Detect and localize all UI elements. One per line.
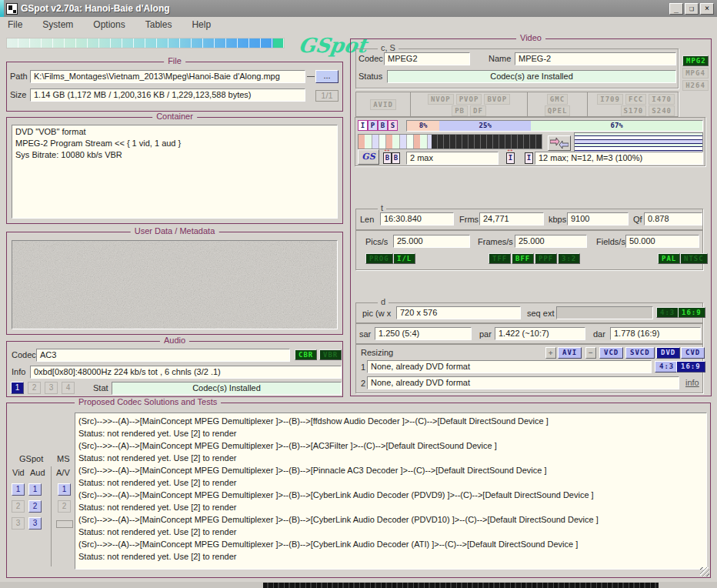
ar-4-3-badge: 4:3 [656, 307, 679, 318]
resize-16-9-button[interactable]: 16:9 [676, 361, 705, 373]
gs-logo-button[interactable]: GS [358, 149, 379, 165]
vcd-button[interactable]: VCD [599, 347, 623, 359]
h264-badge: H264 [682, 80, 709, 91]
av-column-label: A/V [56, 468, 70, 477]
title-accent [0, 0, 4, 17]
gspot-vid2-button[interactable]: 2 [12, 500, 25, 513]
svcd-button[interactable]: SVCD [625, 347, 655, 359]
sar-field: 1.250 (5:4) [375, 327, 472, 340]
menu-options[interactable]: Options [92, 18, 126, 31]
audio-stream2-button[interactable]: 2 [28, 382, 41, 394]
codec-flags-box: AVID NVOP PVOP BVOP PB DF GMC QPEL I709 … [355, 92, 679, 117]
path-connector [307, 76, 315, 77]
close-icon[interactable]: × [700, 3, 714, 15]
video-group-title: Video [516, 33, 545, 42]
video-name-label: Name [489, 54, 511, 63]
metadata-noise-box [12, 240, 338, 329]
resize2-field: None, already DVD format [367, 376, 679, 389]
column-divider [51, 466, 52, 566]
mpg2-badge: MPG2 [682, 55, 709, 66]
maximize-icon[interactable]: ❏ [685, 3, 699, 15]
resize-grip[interactable] [700, 567, 709, 576]
mpg4-badge: MPG4 [682, 68, 709, 79]
gspot-vid3-button[interactable]: 3 [12, 517, 25, 530]
solutions-group-title: Proposed Codec Solutions and Tests [75, 397, 221, 406]
solution-status: Status: not rendered yet. Use [2] to ren… [75, 550, 706, 563]
gspot-aud1-button[interactable]: 1 [28, 483, 42, 496]
frames-field: 25.000 [515, 235, 587, 248]
aspect-box: sar 1.250 (5:4) par 1.422 (~10:7) dar 1.… [355, 323, 703, 344]
frames-label: Frames/s [478, 237, 513, 246]
prog-badge: PROG [365, 253, 393, 264]
menu-tables[interactable]: Tables [144, 18, 174, 31]
ms-av2-button[interactable]: 2 [58, 500, 71, 513]
audio-stat-label: Stat [93, 383, 108, 393]
file-group: File Path K:\Films_Montages\Vietnam_2013… [6, 62, 343, 112]
resize-minus-button[interactable]: − [585, 347, 596, 359]
i709-flag: I709 [597, 94, 623, 105]
p-frame-percent: 25% [439, 121, 531, 131]
info-link[interactable]: info [685, 378, 699, 387]
page-indicator[interactable]: 1/1 [315, 90, 338, 102]
aud-column-label: Aud [30, 468, 45, 477]
solution-line: (Src)-->>--(A)-->[MainConcept MPEG Demul… [75, 513, 706, 526]
menu-system[interactable]: System [41, 18, 75, 31]
video-codec-field[interactable]: MPEG2 [384, 52, 470, 65]
audio-codec-field[interactable]: AC3 [36, 349, 290, 362]
solutions-text-box[interactable]: (Src)-->>--(A)-->[MainConcept MPEG Demul… [75, 413, 707, 570]
p-frame-key: P [368, 120, 378, 131]
gspot-aud2-button[interactable]: 2 [28, 500, 42, 513]
frms-label: Frms [459, 215, 479, 224]
ppf-badge: PPF [535, 253, 557, 264]
menu-help[interactable]: Help [190, 18, 212, 31]
pic-field[interactable]: 720 x 576 [396, 306, 521, 319]
resize-4-3-button[interactable]: 4:3 [655, 361, 679, 373]
resize-plus-button[interactable]: + [545, 347, 556, 359]
gspot-aud3-button[interactable]: 3 [28, 517, 42, 530]
container-group-title: Container [152, 112, 197, 121]
seqext-label: seq ext [527, 309, 554, 318]
dar-label: dar [593, 329, 605, 339]
swap-icon [550, 138, 569, 149]
resizing-box: Resizing + AVI − VCD SVCD DVD CVD 1 None… [355, 344, 703, 393]
audio-stream4-button[interactable]: 4 [62, 382, 75, 394]
b-measure-arrow: ↔ [383, 146, 400, 152]
minimize-icon[interactable]: _ [669, 3, 683, 15]
interlaced-badge: I/L [393, 253, 415, 264]
swap-view-button[interactable] [548, 135, 571, 151]
audio-status-field: Codec(s) Installed [112, 382, 342, 395]
audio-stream3-button[interactable]: 3 [45, 382, 58, 394]
s-frame-key: S [388, 120, 398, 131]
size-field: 1.14 GB (1,172 MB / 1,200,316 KB / 1,229… [30, 89, 305, 102]
gspot-vid1-button[interactable]: 1 [12, 483, 25, 496]
gop-analysis-box: I P B S 8% 25% 67% GS ↔ BB [355, 117, 705, 166]
browse-button[interactable]: ... [315, 70, 338, 83]
avi-button[interactable]: AVI [558, 347, 582, 359]
resize1-num: 1 [361, 362, 365, 372]
solution-status: Status: not rendered yet. Use [2] to ren… [75, 526, 706, 538]
len-label: Len [360, 215, 374, 224]
pulldown-badge: 3:2 [558, 253, 580, 264]
pal-badge: PAL [658, 253, 680, 264]
codec-status-box: c, S Codec MPEG2 Name MPEG-2 Status Code… [355, 48, 679, 89]
metadata-group: User Data / Metadata [6, 232, 343, 335]
cs-label: c, S [378, 43, 399, 52]
avid-flag: AVID [370, 99, 396, 110]
solutions-group: Proposed Codec Solutions and Tests GSpot… [6, 403, 711, 578]
audio-stream1-button[interactable]: 1 [11, 382, 24, 394]
dvd-button[interactable]: DVD [656, 347, 680, 359]
cvd-button[interactable]: CVD [681, 347, 705, 359]
video-name-field[interactable]: MPEG-2 [515, 52, 676, 65]
menu-file[interactable]: File [6, 18, 24, 31]
frms-field: 24,771 [479, 212, 544, 226]
solution-status: Status: not rendered yet. Use [2] to ren… [75, 501, 706, 513]
desktop-strip [0, 582, 717, 588]
title-bar: GSpot v2.70a: Hanoi-Baie d'Along _ ❏ × [0, 0, 717, 17]
pvop-flag: PVOP [456, 94, 482, 105]
ms-av1-button[interactable]: 1 [58, 483, 71, 496]
path-field[interactable]: K:\Films_Montages\Vietnam_2013\Mpeg\Hano… [30, 70, 305, 83]
scan-progress-bar [6, 38, 285, 48]
i-marker: I [506, 152, 515, 164]
menu-bar: File System Options Tables Help [0, 17, 717, 32]
par-field: 1.422 (~10:7) [495, 327, 585, 340]
